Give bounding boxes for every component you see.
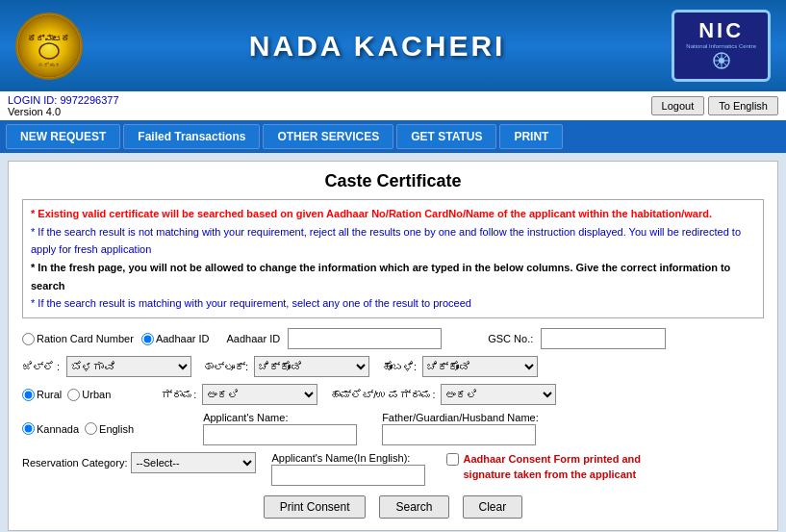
info-line-3: * In the fresh page, you will not be all… xyxy=(31,259,755,294)
top-bar: LOGIN ID: 9972296377 Version 4.0 Logout … xyxy=(0,91,786,120)
info-line-2: * If the search result is not matching w… xyxy=(31,223,755,259)
taluk-label: ತಾಲ್ಲೂಕ್: xyxy=(203,361,248,372)
gsc-no-label: GSC No.: xyxy=(488,333,533,344)
aadhaar-id-label: Aadhaar ID xyxy=(227,333,281,344)
svg-line-11 xyxy=(723,63,727,67)
consent-group: Aadhaar Consent Form printed and signatu… xyxy=(446,452,658,482)
info-line-4: * If the search result is matching with … xyxy=(31,294,755,313)
radio-kannada[interactable] xyxy=(22,422,35,435)
father-name-field-group: Father/Guardian/Husband Name: xyxy=(382,412,539,445)
hobli-label: ಹೋಬಳಿ: xyxy=(381,361,417,372)
card-title: Caste Certificate xyxy=(22,171,764,191)
login-id: LOGIN ID: 9972296377 xyxy=(8,94,119,106)
form-row-2: ಜಿಲ್ಲೆ : ಬೆಳಗಾವಿ ತಾಲ್ಲೂಕ್: ಚಿಕ್ಕೋಡಿ ಹೋಬಳ… xyxy=(22,356,764,377)
emblem-logo: ಕರ್ನಾಟಕ ಸರ್ಕಾರ xyxy=(15,13,83,80)
svg-text:ಸರ್ಕಾರ: ಸರ್ಕಾರ xyxy=(38,62,61,68)
karnataka-emblem-svg: ಕರ್ನಾಟಕ ಸರ್ಕಾರ xyxy=(17,14,81,78)
top-buttons: Logout To English xyxy=(651,96,778,115)
radio-urban-label[interactable]: Urban xyxy=(67,389,111,401)
svg-line-13 xyxy=(716,63,720,67)
radio-ration-card[interactable] xyxy=(22,333,35,345)
button-row: Print Consent Search Clear xyxy=(22,495,764,519)
search-button[interactable]: Search xyxy=(379,495,448,519)
reservation-group: Reservation Category: --Select-- xyxy=(22,452,256,473)
svg-line-10 xyxy=(716,55,720,59)
nav-item-failed-transactions[interactable]: Failed Transactions xyxy=(123,124,260,149)
radio-aadhaar-label[interactable]: Aadhaar ID xyxy=(141,333,210,345)
nic-logo: NIC National Informatics Centre xyxy=(672,10,771,82)
svg-text:ಕರ್ನಾಟಕ: ಕರ್ನಾಟಕ xyxy=(28,34,70,43)
applicant-name-input[interactable] xyxy=(203,424,357,445)
radio-english[interactable] xyxy=(85,422,97,435)
content-area: Caste Certificate * Existing valid certi… xyxy=(0,153,786,532)
header-title: NADA KACHERI xyxy=(83,30,672,63)
to-english-button[interactable]: To English xyxy=(708,96,778,115)
aadhaar-id-input[interactable] xyxy=(288,328,442,349)
hamlet-select[interactable]: ಅಂಕಲಿ xyxy=(441,384,556,405)
info-line-1: * Existing valid certificate will be sea… xyxy=(31,205,755,223)
father-name-lbl: Father/Guardian/Husband Name: xyxy=(382,412,539,423)
radio-aadhaar-id[interactable] xyxy=(141,333,154,345)
svg-point-5 xyxy=(719,58,724,63)
nav-bar: NEW REQUEST Failed Transactions OTHER SE… xyxy=(0,120,786,153)
applicant-en-group: Applicant's Name(In English): xyxy=(271,452,425,486)
card: Caste Certificate * Existing valid certi… xyxy=(8,161,778,531)
nav-item-new-request[interactable]: NEW REQUEST xyxy=(6,124,120,149)
version: Version 4.0 xyxy=(8,106,119,117)
gsc-no-input[interactable] xyxy=(541,328,666,349)
radio-rural[interactable] xyxy=(22,389,35,401)
consent-checkbox[interactable] xyxy=(446,453,459,466)
nic-wheel xyxy=(712,51,731,73)
nav-item-print[interactable]: PRINT xyxy=(499,124,563,149)
hobli-select[interactable]: ಚಿಕ್ಕೋಡಿ xyxy=(422,356,538,377)
form-row-1: Ration Card Number Aadhaar ID Aadhaar ID… xyxy=(22,328,764,349)
reservation-label: Reservation Category: xyxy=(22,457,127,469)
top-info-left: LOGIN ID: 9972296377 Version 4.0 xyxy=(8,94,119,117)
logout-button[interactable]: Logout xyxy=(651,96,705,115)
print-consent-button[interactable]: Print Consent xyxy=(264,495,367,519)
father-name-input[interactable] xyxy=(382,424,536,445)
applicant-en-label: Applicant's Name(In English): xyxy=(271,452,410,464)
svg-line-12 xyxy=(723,55,727,59)
clear-button[interactable]: Clear xyxy=(463,495,523,519)
radio-english-label[interactable]: English xyxy=(85,422,134,435)
applicant-name-lbl: Applicant's Name: xyxy=(203,412,288,423)
district-select[interactable]: ಬೆಳಗಾವಿ xyxy=(66,356,191,377)
district-label: ಜಿಲ್ಲೆ : xyxy=(22,361,61,372)
hamlet-label: ಹಾಮ್ಲೆಟ್/ಉಪಗ್ರಾಮ: xyxy=(329,389,435,400)
radio-rural-label[interactable]: Rural xyxy=(22,389,62,401)
nic-text: NIC xyxy=(698,18,744,43)
nav-item-get-status[interactable]: GET STATUS xyxy=(396,124,496,149)
header: ಕರ್ನಾಟಕ ಸರ್ಕಾರ NADA KACHERI NIC National… xyxy=(0,0,786,91)
info-box: * Existing valid certificate will be sea… xyxy=(22,199,764,318)
nav-item-other-services[interactable]: OTHER SERVICES xyxy=(263,124,393,149)
consent-label: Aadhaar Consent Form printed and signatu… xyxy=(463,452,658,482)
form-row-5: Reservation Category: --Select-- Applica… xyxy=(22,452,764,486)
village-select[interactable]: ಅಂಕಲಿ xyxy=(202,384,317,405)
village-label: ಗ್ರಾಮ: xyxy=(161,389,196,400)
radio-urban[interactable] xyxy=(67,389,80,401)
radio-kannada-label[interactable]: Kannada xyxy=(22,422,79,435)
radio-ration-label[interactable]: Ration Card Number xyxy=(22,333,134,345)
reservation-select[interactable]: --Select-- xyxy=(131,452,256,473)
form-row-4: Kannada English Applicant's Name: Father… xyxy=(22,412,764,445)
form-row-3: Rural Urban ಗ್ರಾಮ: ಅಂಕಲಿ ಹಾಮ್ಲೆಟ್/ಉಪಗ್ರಾ… xyxy=(22,384,764,405)
form: Ration Card Number Aadhaar ID Aadhaar ID… xyxy=(22,328,764,519)
nic-subtext: National Informatics Centre xyxy=(686,43,756,49)
applicant-name-field-group: Applicant's Name: xyxy=(203,412,357,445)
taluk-select[interactable]: ಚಿಕ್ಕೋಡಿ xyxy=(254,356,369,377)
applicant-name-en-input[interactable] xyxy=(271,465,425,486)
